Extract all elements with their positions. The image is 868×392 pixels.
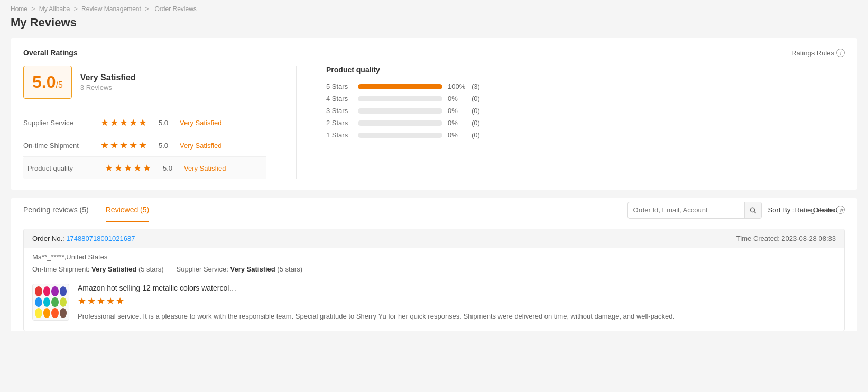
- bar-label: 1 Stars: [326, 131, 353, 139]
- order-no-link[interactable]: 174880718001021687: [66, 235, 135, 242]
- bar-pct: 0%: [448, 119, 466, 127]
- stars-container: ★★★★★: [100, 117, 147, 128]
- rating-rules-label: Rating Rules: [795, 206, 834, 214]
- rating-number: 5.0: [155, 119, 171, 127]
- ratings-rules-info-icon: i: [836, 49, 845, 57]
- overall-ratings-header: Overall Ratings: [23, 49, 845, 57]
- product-star-icon: ★: [97, 295, 105, 307]
- bar-label: 2 Stars: [326, 119, 353, 127]
- review-item-user: Ma**_*****,United States: [24, 248, 844, 263]
- right-panel: Product quality 5 Stars 100% (3) 4 Stars…: [326, 66, 845, 143]
- rating-row: On-time Shipment ★★★★★ 5.0 Very Satisfie…: [23, 134, 266, 157]
- bar-count: (0): [472, 107, 480, 115]
- ratings-rules-link[interactable]: Ratings Rules i: [791, 49, 845, 57]
- bar-track: [358, 96, 442, 101]
- star-icon: ★: [105, 162, 113, 174]
- star-icon: ★: [110, 139, 118, 151]
- overall-ratings-card: Overall Ratings Ratings Rules i 5.0/5 Ve…: [11, 38, 857, 190]
- star-icon: ★: [138, 139, 147, 151]
- review-list: Order No.: 174880718001021687 Time Creat…: [11, 229, 857, 331]
- tabs-header: Pending reviews (5)Reviewed (5) Sort By …: [11, 198, 857, 222]
- bar-count: (3): [472, 82, 480, 90]
- search-box: [627, 202, 762, 219]
- bar-row: 4 Stars 0% (0): [326, 95, 845, 102]
- rating-label: Supplier Service: [23, 119, 92, 127]
- bar-label: 5 Stars: [326, 82, 353, 90]
- rating-number: 5.0: [160, 164, 176, 172]
- rating-number: 5.0: [155, 142, 171, 150]
- breadcrumb: Home > My Alibaba > Review Management > …: [11, 0, 857, 16]
- star-icon: ★: [133, 162, 142, 174]
- rating-row: Product quality ★★★★★ 5.0 Very Satisfied: [23, 157, 266, 179]
- star-icon: ★: [138, 117, 147, 128]
- product-star-icon: ★: [78, 295, 86, 307]
- rating-satisfied: Very Satisfied: [180, 119, 222, 127]
- rating-row: Supplier Service ★★★★★ 5.0 Very Satisfie…: [23, 111, 266, 134]
- search-input[interactable]: [628, 206, 744, 214]
- star-icon: ★: [100, 117, 109, 128]
- breadcrumb-home[interactable]: Home: [11, 5, 27, 13]
- tab-item[interactable]: Pending reviews (5): [23, 198, 89, 222]
- breadcrumb-review-mgmt[interactable]: Review Management: [81, 5, 141, 13]
- star-icon: ★: [110, 117, 118, 128]
- bar-pct: 0%: [448, 107, 466, 115]
- search-button[interactable]: [744, 202, 761, 219]
- bar-pct: 100%: [448, 82, 466, 90]
- rating-satisfied: Very Satisfied: [180, 142, 222, 150]
- star-icon: ★: [129, 117, 137, 128]
- bar-pct: 0%: [448, 95, 466, 102]
- bar-count: (0): [472, 119, 480, 127]
- product-review-text: Professional service. It is a pleasure t…: [78, 311, 836, 322]
- star-icon: ★: [100, 139, 109, 151]
- product-star-icon: ★: [87, 295, 96, 307]
- product-stars: ★★★★★: [78, 295, 836, 307]
- bar-chart: 5 Stars 100% (3) 4 Stars 0% (0) 3 Stars …: [326, 82, 845, 139]
- overall-content: 5.0/5 Very Satisfied 3 Reviews Supplier …: [23, 66, 845, 179]
- star-icon: ★: [143, 162, 151, 174]
- bar-track: [358, 133, 442, 138]
- bar-label: 4 Stars: [326, 95, 353, 102]
- bar-fill: [358, 84, 442, 89]
- review-item-header: Order No.: 174880718001021687 Time Creat…: [24, 229, 844, 248]
- svg-line-1: [754, 211, 756, 213]
- product-info: Amazon hot selling 12 metallic colors wa…: [78, 284, 836, 322]
- star-icon: ★: [119, 139, 128, 151]
- left-panel: 5.0/5 Very Satisfied 3 Reviews Supplier …: [23, 66, 266, 179]
- breadcrumb-myalibaba[interactable]: My Alibaba: [39, 5, 70, 13]
- bar-track: [358, 84, 442, 89]
- rating-label: Product quality: [27, 164, 96, 172]
- product-star-icon: ★: [106, 295, 115, 307]
- score-reviews: 3 Reviews: [80, 83, 136, 91]
- product-star-icon: ★: [116, 295, 124, 307]
- score-denom: /5: [56, 80, 62, 89]
- bar-row: 5 Stars 100% (3): [326, 82, 845, 90]
- score-label: Very Satisfied: [80, 73, 136, 82]
- page-title: My Reviews: [11, 16, 857, 30]
- product-thumb: [32, 284, 69, 321]
- tabs-section: Pending reviews (5)Reviewed (5) Sort By …: [11, 198, 857, 331]
- order-no: Order No.: 174880718001021687: [32, 235, 135, 242]
- score-box: 5.0/5: [23, 66, 72, 99]
- thumb-placeholder: [33, 284, 69, 320]
- time-created: Time Created: 2023-08-28 08:33: [736, 235, 836, 242]
- rating-rows: Supplier Service ★★★★★ 5.0 Very Satisfie…: [23, 111, 266, 179]
- bar-row: 2 Stars 0% (0): [326, 119, 845, 127]
- product-name: Amazon hot selling 12 metallic colors wa…: [78, 284, 836, 292]
- divider-vertical: [296, 66, 297, 179]
- rating-rules-link[interactable]: Rating Rules i: [795, 206, 845, 214]
- score-info: Very Satisfied 3 Reviews: [80, 73, 136, 91]
- star-icon: ★: [114, 162, 123, 174]
- star-icon: ★: [119, 117, 128, 128]
- stars-container: ★★★★★: [100, 139, 147, 151]
- review-product: Amazon hot selling 12 metallic colors wa…: [24, 278, 844, 331]
- rating-label: On-time Shipment: [23, 142, 92, 150]
- tab-item[interactable]: Reviewed (5): [106, 198, 149, 222]
- search-icon: [749, 207, 756, 214]
- quality-title: Product quality: [326, 66, 845, 74]
- bar-label: 3 Stars: [326, 107, 353, 115]
- bar-count: (0): [472, 95, 480, 102]
- ratings-rules-label: Ratings Rules: [791, 49, 834, 57]
- bar-row: 1 Stars 0% (0): [326, 131, 845, 139]
- score-section: 5.0/5 Very Satisfied 3 Reviews: [23, 66, 266, 99]
- breadcrumb-current: Order Reviews: [155, 5, 197, 13]
